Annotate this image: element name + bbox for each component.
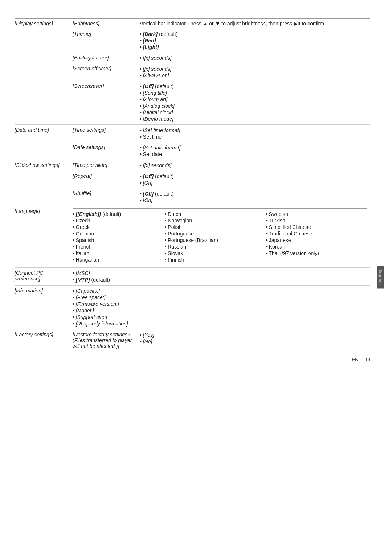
list-item: [[x] seconds] bbox=[140, 162, 367, 169]
options-cell: [Set time format]Set time bbox=[140, 125, 370, 143]
list-item: [Demo mode] bbox=[140, 116, 367, 122]
subsection-cell: [Restore factory settings? (Files transf… bbox=[73, 329, 140, 352]
section-cell: [Date and time] bbox=[15, 125, 73, 143]
list-item: Italian bbox=[73, 250, 161, 257]
list-item: [Off] (default) bbox=[140, 173, 367, 180]
list-item: [MSC] bbox=[73, 270, 367, 276]
options-cell: [[x] seconds] bbox=[140, 53, 370, 63]
list-item: German bbox=[73, 230, 161, 237]
list-item: [Off] (default) bbox=[140, 83, 367, 90]
list-item: Polish bbox=[165, 224, 262, 230]
section-cell bbox=[15, 63, 73, 81]
subsection-cell: [Brightness] bbox=[73, 19, 140, 29]
section-cell bbox=[15, 81, 73, 125]
options-cell: [Set date format]Set date bbox=[140, 142, 370, 160]
list-item: [On] bbox=[140, 180, 367, 186]
list-item: [Yes] bbox=[140, 332, 367, 338]
list-item: [Red] bbox=[140, 37, 367, 44]
section-cell bbox=[15, 29, 73, 53]
subsection-cell: [Screen off timer] bbox=[73, 63, 140, 81]
continuation-row: [Shuffle][Off] (default)[On] bbox=[15, 188, 370, 206]
list-item: Turkish bbox=[266, 217, 363, 224]
list-item: [No] bbox=[140, 338, 367, 345]
list-item: [Off] (default) bbox=[140, 190, 367, 197]
list-item: [[x] seconds] bbox=[140, 55, 367, 61]
list-item: Slovak bbox=[165, 250, 262, 257]
section-cell bbox=[15, 188, 73, 206]
options-cell: [[x] seconds][Always on] bbox=[140, 63, 370, 81]
list-item: [[English]] (default) bbox=[73, 211, 161, 217]
continuation-row: [Screensaver][Off] (default)[Song title]… bbox=[15, 81, 370, 125]
list-item: [Digital clock] bbox=[140, 109, 367, 116]
side-tab: English bbox=[377, 266, 384, 288]
subsection-cell: [Repeat] bbox=[73, 171, 140, 188]
list-item: Traditional Chinese bbox=[266, 230, 363, 237]
section-row: [Slideshow settings][Time per slide][[x]… bbox=[15, 160, 370, 171]
list-item: [Firmware version:] bbox=[73, 301, 367, 307]
list-item: Dutch bbox=[165, 211, 262, 217]
settings-table: [Display settings][Brightness]Vertical b… bbox=[15, 18, 370, 351]
footer-page: 19 bbox=[365, 357, 370, 362]
page: English [Display settings][Brightness]Ve… bbox=[0, 0, 392, 373]
list-item: Thai (/97 version only) bbox=[266, 250, 363, 257]
subsection-cell: [Theme] bbox=[73, 29, 140, 53]
section-row: [Display settings][Brightness]Vertical b… bbox=[15, 19, 370, 29]
direct-options-row: [Information][Capacity:][Free space:][Fi… bbox=[15, 286, 370, 329]
section-cell bbox=[15, 142, 73, 160]
section-cell: [Slideshow settings] bbox=[15, 160, 73, 171]
list-item: Portuguese (Brazilian) bbox=[165, 237, 262, 243]
list-item: [Analog clock] bbox=[140, 103, 367, 109]
list-item: [Light] bbox=[140, 44, 367, 50]
section-cell bbox=[15, 53, 73, 63]
continuation-row: [Theme][Dark] (default)[Red][Light] bbox=[15, 29, 370, 53]
options-cell: [Yes][No] bbox=[140, 329, 370, 352]
section-row: [Date and time][Time settings][Set time … bbox=[15, 125, 370, 143]
list-item: Greek bbox=[73, 224, 161, 230]
subsection-cell: [Shuffle] bbox=[73, 188, 140, 206]
options-cell: [MSC][MTP] (default) bbox=[73, 268, 370, 286]
list-item: Portuguese bbox=[165, 230, 262, 237]
direct-options-row: [Connect PC preference][MSC][MTP] (defau… bbox=[15, 268, 370, 286]
subsection-cell: [Date settings] bbox=[73, 142, 140, 160]
list-item: Norwegian bbox=[165, 217, 262, 224]
list-item: [Free space:] bbox=[73, 294, 367, 301]
list-item: Korean bbox=[266, 243, 363, 250]
list-item: [Always on] bbox=[140, 72, 367, 79]
section-cell: [Connect PC preference] bbox=[15, 268, 73, 286]
continuation-row: [Screen off timer][[x] seconds][Always o… bbox=[15, 63, 370, 81]
list-item: Finnish bbox=[165, 257, 262, 263]
section-cell bbox=[15, 171, 73, 188]
list-item: Hungarian bbox=[73, 257, 161, 263]
options-cell: [Off] (default)[Song title][Album art][A… bbox=[140, 81, 370, 125]
subsection-cell: [Screensaver] bbox=[73, 81, 140, 125]
list-item: [Set date format] bbox=[140, 144, 367, 151]
subsection-cell: [Time per slide] bbox=[73, 160, 140, 171]
list-item: Japanese bbox=[266, 237, 363, 243]
options-cell: [Capacity:][Free space:][Firmware versio… bbox=[73, 286, 370, 329]
continuation-row: [Repeat][Off] (default)[On] bbox=[15, 171, 370, 188]
page-footer: EN 19 bbox=[352, 357, 370, 362]
continuation-row: [Date settings][Set date format]Set date bbox=[15, 142, 370, 160]
list-item: Simplified Chinese bbox=[266, 224, 363, 230]
section-row: [Factory settings][Restore factory setti… bbox=[15, 329, 370, 352]
list-item: Set date bbox=[140, 151, 367, 157]
list-item: Spanish bbox=[73, 237, 161, 243]
options-cell: [Dark] (default)[Red][Light] bbox=[140, 29, 370, 53]
options-cell: Vertical bar indicator. Press ▲ or ▼ to … bbox=[140, 19, 370, 29]
language-options-cell: [[English]] (default)CzechGreekGermanSpa… bbox=[73, 206, 370, 268]
list-item: [Album art] bbox=[140, 96, 367, 103]
list-item: French bbox=[73, 243, 161, 250]
footer-lang: EN bbox=[352, 357, 358, 362]
options-cell: [Off] (default)[On] bbox=[140, 171, 370, 188]
subsection-cell: [Time settings] bbox=[73, 125, 140, 143]
subsection-cell: [Backlight timer] bbox=[73, 53, 140, 63]
list-item: [Capacity:] bbox=[73, 288, 367, 294]
options-cell: [[x] seconds] bbox=[140, 160, 370, 171]
list-item: [Model:] bbox=[73, 307, 367, 314]
list-item: Russian bbox=[165, 243, 262, 250]
list-item: Swedish bbox=[266, 211, 363, 217]
section-cell: [Display settings] bbox=[15, 19, 73, 29]
language-row: [Language][[English]] (default)CzechGree… bbox=[15, 206, 370, 268]
list-item: [Dark] (default) bbox=[140, 31, 367, 37]
options-cell: [Off] (default)[On] bbox=[140, 188, 370, 206]
